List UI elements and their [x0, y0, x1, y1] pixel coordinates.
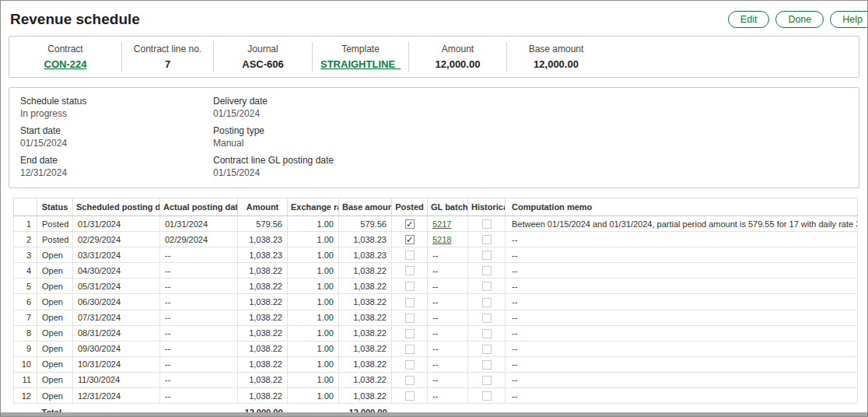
table-row: 10Open10/31/2024--1,038.221.001,038.22--… [14, 356, 858, 372]
summary-label-contract: Contract [17, 44, 114, 54]
posted-checkbox[interactable] [405, 298, 415, 307]
exchange-rate-cell: 1.00 [288, 372, 339, 387]
historical-checkbox[interactable] [482, 282, 492, 291]
historical-checkbox[interactable] [482, 314, 492, 323]
historical-checkbox[interactable] [482, 376, 492, 385]
base-amount-cell: 1,038.22 [339, 263, 392, 279]
horizontal-scrollbar[interactable] [1, 412, 867, 416]
base-amount-cell: 1,038.22 [339, 310, 392, 325]
posted-checkbox[interactable] [405, 376, 415, 385]
historical-checkbox[interactable] [482, 266, 492, 275]
revenue-schedule-page: Revenue schedule Edit Done Help Contract… [0, 0, 868, 417]
exchange-rate-cell: 1.00 [288, 279, 339, 294]
detail-label: Delivery date [213, 96, 334, 107]
actual-posting-date-cell: -- [160, 372, 238, 387]
amount-cell: 1,038.22 [238, 279, 288, 294]
posted-cell [392, 310, 428, 325]
posted-checkbox[interactable] [405, 282, 415, 291]
posted-checkbox[interactable] [405, 391, 415, 401]
summary-field-contract: ContractCON-224 [9, 42, 122, 72]
summary-label-journal: Journal [222, 44, 304, 54]
table-row: 6Open06/30/2024--1,038.221.001,038.22---… [14, 294, 858, 310]
posted-checkbox[interactable]: ✓ [405, 219, 415, 229]
posted-checkbox[interactable] [405, 345, 415, 354]
historical-checkbox[interactable] [482, 251, 492, 260]
gl-batch-link[interactable]: 5217 [432, 219, 451, 229]
amount-cell: 1,038.22 [238, 263, 288, 279]
base-amount-cell: 1,038.23 [339, 247, 392, 263]
scheduled-posting-date-cell: 10/31/2024 [73, 356, 160, 372]
table-row: 4Open04/30/2024--1,038.221.001,038.22---… [14, 263, 858, 279]
done-button[interactable]: Done [775, 11, 824, 28]
table-row: 1Posted01/31/202401/31/2024579.561.00579… [14, 216, 858, 232]
scheduled-posting-date-cell: 08/31/2024 [73, 325, 160, 341]
actual-posting-date-cell: -- [160, 263, 238, 279]
col-header-scheduled-posting-date: Scheduled posting date [73, 198, 160, 216]
historical-checkbox[interactable] [482, 298, 492, 307]
exchange-rate-cell: 1.00 [288, 341, 339, 356]
detail-value: 12/31/2024 [20, 167, 213, 178]
table-row: 9Open09/30/2024--1,038.221.001,038.22---… [14, 341, 858, 356]
col-header-amount: Amount [238, 198, 288, 216]
detail-label: Contract line GL posting date [213, 155, 334, 166]
edit-button[interactable]: Edit [728, 11, 770, 28]
col-header-status: Status [37, 198, 73, 216]
scheduled-posting-date-cell: 02/29/2024 [73, 232, 160, 247]
historical-cell [468, 388, 506, 404]
computation-memo-cell: -- [506, 294, 858, 310]
detail-field: Contract line GL posting date01/15/2024 [213, 155, 334, 178]
summary-value-base-amount: 12,000.00 [515, 58, 597, 70]
summary-field-base-amount: Base amount12,000.00 [507, 42, 605, 72]
col-header-computation-memo: Computation memo [506, 198, 858, 216]
gl-batch-link[interactable]: 5218 [432, 235, 451, 244]
actual-posting-date-cell: -- [160, 356, 238, 372]
summary-value-template-link[interactable]: STRAIGHTLINE_MANUAL [320, 58, 401, 70]
gl-batch-cell: -- [428, 310, 468, 325]
posted-checkbox[interactable] [405, 251, 415, 260]
row-number-cell: 7 [14, 310, 37, 325]
historical-checkbox[interactable] [482, 329, 492, 338]
computation-memo-cell: -- [506, 232, 858, 247]
exchange-rate-cell: 1.00 [288, 263, 339, 279]
historical-checkbox[interactable] [482, 345, 492, 354]
amount-cell: 1,038.22 [238, 356, 288, 372]
summary-value-amount: 12,000.00 [417, 58, 499, 70]
historical-checkbox[interactable] [482, 219, 492, 229]
table-row: 3Open03/31/2024--1,038.231.001,038.23---… [14, 247, 858, 263]
detail-label: Posting type [213, 125, 334, 136]
scheduled-posting-date-cell: 07/31/2024 [73, 310, 160, 325]
detail-field: Delivery date01/15/2024 [213, 96, 334, 119]
amount-cell: 1,038.22 [238, 310, 288, 325]
page-title: Revenue schedule [10, 11, 140, 28]
row-number-cell: 10 [14, 356, 37, 372]
computation-memo-cell: -- [506, 372, 858, 387]
posted-checkbox[interactable] [405, 266, 415, 275]
historical-checkbox[interactable] [482, 235, 492, 244]
posted-checkbox[interactable]: ✓ [405, 235, 415, 244]
status-cell: Open [37, 310, 73, 325]
schedule-table-wrap: Status Scheduled posting date Actual pos… [13, 198, 858, 417]
exchange-rate-cell: 1.00 [288, 216, 339, 232]
actual-posting-date-cell: -- [160, 279, 238, 294]
posted-checkbox[interactable] [405, 329, 415, 338]
historical-cell [468, 232, 506, 247]
status-cell: Open [37, 279, 73, 294]
historical-checkbox[interactable] [482, 360, 492, 370]
col-header-base-amount: Base amount [339, 198, 392, 216]
historical-cell [468, 279, 506, 294]
posted-cell [392, 388, 428, 404]
computation-memo-cell: -- [506, 341, 858, 356]
summary-value-contract-link[interactable]: CON-224 [17, 58, 114, 70]
row-number-cell: 2 [14, 232, 37, 247]
row-number-cell: 11 [14, 372, 37, 387]
posted-cell [392, 263, 428, 279]
posted-checkbox[interactable] [405, 360, 415, 370]
posted-checkbox[interactable] [405, 314, 415, 323]
actual-posting-date-cell: 02/29/2024 [160, 232, 238, 247]
amount-cell: 1,038.22 [238, 372, 288, 387]
historical-checkbox[interactable] [482, 391, 492, 401]
gl-batch-cell: -- [428, 341, 468, 356]
detail-field: Start date01/15/2024 [20, 125, 213, 149]
help-button[interactable]: Help [830, 11, 868, 28]
historical-cell [468, 310, 506, 325]
